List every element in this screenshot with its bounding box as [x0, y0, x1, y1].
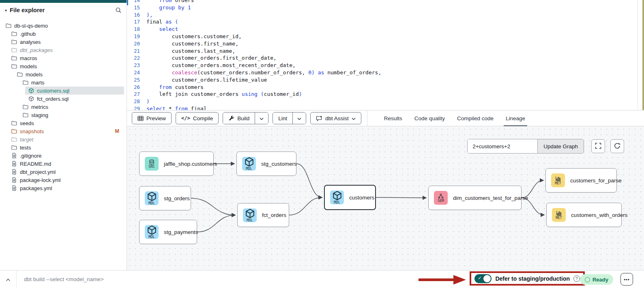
line-number: 14	[127, 0, 146, 4]
tree-item-readme-md[interactable]: README.md	[0, 160, 127, 168]
file-icon	[11, 153, 17, 158]
metric-badge: MET	[551, 173, 565, 187]
dbt-assist-button[interactable]: dbt Assist	[310, 112, 361, 124]
tab-code-quality[interactable]: Code quality	[408, 110, 451, 126]
dbt-cloud-ide: ▾ File explorer db-sl-qs-demo.githubanal…	[0, 0, 644, 288]
lineage-node-stg-customers[interactable]: MDLstg_customers	[236, 152, 296, 176]
tree-item-metrics[interactable]: metrics	[0, 103, 127, 111]
file-icon	[11, 185, 17, 191]
tree-item--github[interactable]: .github	[0, 30, 127, 38]
badge-label: MDL	[148, 201, 155, 205]
lineage-node-met-for-parse[interactable]: METcustomers_for_parse	[545, 168, 617, 193]
tab-lineage[interactable]: Lineage	[500, 110, 531, 126]
node-label: customers_for_parse	[570, 178, 627, 184]
gutter-change-marker	[127, 0, 128, 5]
lineage-node-customers[interactable]: MDLcustomers	[324, 185, 376, 210]
code-line-24: 24 coalesce(customer_orders.number_of_or…	[127, 69, 644, 76]
lineage-node-fct-orders[interactable]: MDLfct_orders	[237, 203, 289, 227]
graph-selector-input[interactable]	[468, 139, 537, 153]
tree-item-packages-yml[interactable]: packages.yml	[0, 184, 127, 192]
tree-item-tests[interactable]: tests	[0, 143, 127, 152]
lineage-node-src-jaffle[interactable]: SRCjaffle_shop.customers	[139, 152, 214, 176]
tree-item-label: packages.yml	[20, 185, 52, 191]
code-text: coalesce(customer_orders.number_of_order…	[146, 69, 381, 76]
tree-item-snapshots[interactable]: snapshotsM	[0, 127, 127, 135]
model-badge: MDL	[330, 191, 344, 204]
model-badge: MDL	[242, 157, 256, 171]
tree-item-fct-orders-sql[interactable]: fct_orders.sql	[0, 95, 127, 103]
chevron-down-icon	[352, 115, 356, 121]
update-graph-button[interactable]: Update Graph	[537, 139, 584, 153]
compile-button[interactable]: </> Compile	[176, 112, 219, 124]
model-cube-icon	[28, 96, 34, 102]
lineage-node-stg-payments[interactable]: MDLstg_payments	[139, 220, 197, 244]
chevron-down-icon[interactable]: ▾	[5, 8, 7, 13]
lineage-node-stg-orders[interactable]: MDLstg_orders	[139, 186, 191, 210]
code-editor[interactable]: 14 from orders15 group by 116),17final a…	[127, 0, 644, 110]
defer-toggle[interactable]: ✓	[474, 274, 492, 283]
node-label: customers_with_orders	[571, 212, 633, 218]
tree-item-marts[interactable]: marts	[0, 78, 127, 87]
git-modified-badge: M	[115, 128, 119, 134]
node-label: stg_payments	[164, 229, 204, 235]
editor-scrollbar-track[interactable]	[638, 0, 638, 110]
tree-item-label: tests	[20, 145, 31, 151]
lint-button[interactable]: Lint	[273, 113, 292, 124]
code-icon: </>	[181, 115, 190, 121]
help-icon[interactable]: ?	[573, 275, 580, 282]
build-dropdown-button[interactable]	[255, 113, 268, 124]
build-split-button: Build	[223, 112, 268, 124]
line-number: 16	[127, 11, 146, 19]
tree-item-label: staging	[31, 112, 48, 118]
folder-icon	[23, 80, 28, 85]
editor-lines: 14 from orders15 group by 116),17final a…	[127, 0, 644, 110]
lint-dropdown-button[interactable]	[292, 113, 306, 124]
fullscreen-button[interactable]	[591, 139, 605, 153]
code-line-17: 17final as (	[127, 18, 644, 26]
tree-item-staging[interactable]: staging	[0, 111, 127, 119]
tree-item-db-sl-qs-demo[interactable]: db-sl-qs-demo	[0, 22, 127, 30]
lineage-canvas[interactable]: SRCjaffle_shop.customersMDLstg_customers…	[127, 126, 644, 270]
refresh-button[interactable]	[610, 139, 624, 153]
status-badge: Ready	[580, 274, 613, 285]
line-number: 17	[127, 18, 146, 26]
dbt-command-input[interactable]	[17, 276, 301, 282]
tree-item-macros[interactable]: macros	[0, 54, 127, 62]
line-number: 29	[127, 105, 146, 110]
tab-compiled-code[interactable]: Compiled code	[451, 110, 500, 126]
folder-icon	[11, 128, 17, 134]
tree-item-label: models	[20, 63, 37, 69]
fullscreen-icon	[595, 143, 601, 150]
tab-results[interactable]: Results	[378, 110, 408, 126]
line-number: 28	[127, 98, 146, 105]
tree-item-label: README.md	[20, 161, 51, 167]
tree-item-models[interactable]: models	[0, 62, 127, 70]
tree-item-target[interactable]: target	[0, 135, 127, 143]
tree-item-analyses[interactable]: analyses	[0, 38, 127, 46]
build-button[interactable]: Build	[223, 113, 255, 124]
search-icon[interactable]	[115, 7, 122, 13]
folder-icon	[11, 120, 17, 126]
tree-item-label: dbt_project.yml	[20, 169, 56, 175]
more-options-button[interactable]: •••	[620, 273, 633, 286]
model-badge: MDL	[145, 191, 159, 205]
lineage-node-met-with-orders[interactable]: METcustomers_with_orders	[546, 203, 622, 227]
tree-item-customers-sql[interactable]: customers.sql	[0, 87, 127, 95]
tree-item-label: models	[26, 71, 43, 78]
tree-item-dbt-project-yml[interactable]: dbt_project.yml	[0, 168, 127, 176]
tree-item-label: db-sl-qs-demo	[14, 23, 48, 29]
tree-item-label: macros	[20, 55, 37, 61]
tree-item-seeds[interactable]: seeds	[0, 119, 127, 127]
tree-item-models[interactable]: models	[0, 70, 127, 78]
file-explorer-panel: ▾ File explorer db-sl-qs-demo.githubanal…	[0, 0, 127, 270]
preview-button[interactable]: Preview	[132, 112, 172, 124]
build-label: Build	[237, 115, 249, 121]
code-text: select	[146, 26, 178, 33]
tree-item-label: snapshots	[20, 128, 44, 134]
lineage-node-dim-customers[interactable]: SEMdim_customers_test_for_parse	[428, 186, 522, 210]
tree-item-label: target	[20, 136, 33, 143]
tree-item--gitignore[interactable]: .gitignore	[0, 152, 127, 160]
tree-item-package-lock-yml[interactable]: package-lock.yml	[0, 176, 127, 184]
collapse-panel-button[interactable]	[0, 271, 16, 288]
tree-item-dbt-packages[interactable]: dbt_packages	[0, 46, 127, 54]
